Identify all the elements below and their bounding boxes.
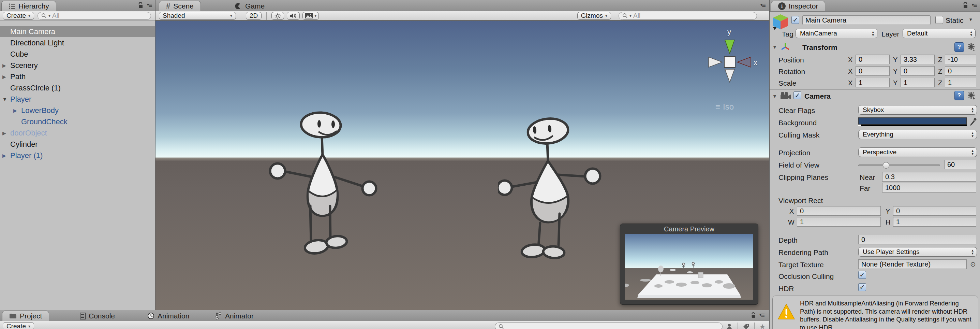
foldout-expanded-icon[interactable]: ▼ — [2, 97, 7, 102]
2d-toggle-button[interactable]: 2D — [246, 12, 261, 20]
help-icon[interactable]: ? — [955, 42, 964, 52]
layer-dropdown[interactable]: Default ▴▾ — [903, 29, 975, 38]
camera-foldout-icon[interactable]: ▼ — [772, 94, 777, 99]
rotation-z-field[interactable]: 0 — [945, 66, 976, 76]
scene-character-player[interactable] — [268, 106, 380, 270]
scene-lighting-button[interactable] — [271, 12, 284, 20]
lock-icon[interactable] — [751, 312, 756, 319]
depth-field[interactable]: 0 — [858, 235, 976, 244]
viewport-x-field[interactable]: 0 — [797, 206, 881, 216]
gear-icon[interactable] — [967, 91, 975, 100]
hierarchy-item-directional-light[interactable]: Directional Light — [0, 37, 155, 48]
foldout-collapsed-icon[interactable]: ▶ — [2, 74, 6, 80]
projection-label: Projection — [778, 149, 810, 157]
hierarchy-item-player-1[interactable]: ▶Player (1) — [0, 150, 155, 161]
field-of-view-slider-knob[interactable] — [883, 162, 889, 169]
panel-menu-icon[interactable]: ▾≡ — [972, 2, 977, 9]
hierarchy-item-grasscircle[interactable]: GrassCircle (1) — [0, 82, 155, 94]
foldout-collapsed-icon[interactable]: ▶ — [13, 108, 17, 113]
clear-flags-dropdown[interactable]: Skybox ▴▾ — [858, 105, 977, 115]
occlusion-culling-checkbox[interactable]: ✓ — [858, 271, 866, 279]
tag-icon[interactable] — [743, 323, 749, 329]
lock-icon[interactable] — [963, 2, 969, 9]
target-texture-field[interactable]: None (Render Texture) — [858, 259, 967, 269]
hierarchy-item-path[interactable]: ▶Path — [0, 71, 155, 82]
culling-mask-label: Culling Mask — [778, 131, 819, 139]
project-create-button[interactable]: Create▾ — [3, 322, 34, 329]
hierarchy-item-player[interactable]: ▼Player — [0, 94, 155, 105]
panel-menu-icon[interactable]: ▾≡ — [759, 311, 764, 319]
tab-animator[interactable]: Animator — [208, 311, 261, 321]
hierarchy-create-button[interactable]: Create▾ — [3, 12, 34, 20]
scene-effects-button[interactable]: ▾ — [302, 12, 319, 20]
asset-labels-icon[interactable] — [726, 323, 733, 329]
projection-dropdown[interactable]: Perspective ▴▾ — [858, 147, 977, 157]
field-of-view-field[interactable]: 60 — [944, 160, 976, 169]
hierarchy-item-scenery[interactable]: ▶Scenery — [0, 60, 155, 71]
hdr-checkbox[interactable]: ✓ — [858, 283, 866, 291]
gameobject-name-field[interactable]: Main Camera — [802, 15, 931, 25]
hierarchy-item-main-camera[interactable]: Main Camera — [0, 26, 155, 37]
scale-y-field[interactable]: 1 — [900, 78, 935, 87]
position-y-field[interactable]: 3.33 — [900, 54, 935, 64]
hierarchy-item-groundcheck[interactable]: GroundCheck — [0, 116, 155, 127]
help-icon[interactable]: ? — [955, 91, 964, 101]
tab-project[interactable]: Project — [2, 311, 49, 321]
panel-menu-icon[interactable]: ▾≡ — [147, 2, 152, 9]
rotation-y-field[interactable]: 0 — [900, 66, 935, 76]
gizmo-projection-toggle[interactable]: ≡ Iso — [715, 102, 734, 112]
scene-orientation-gizmo[interactable]: y x ≡ Iso — [702, 27, 767, 116]
tab-scene[interactable]: # Scene — [159, 1, 201, 11]
scale-x-field[interactable]: 1 — [856, 78, 889, 87]
scale-z-field[interactable]: 1 — [945, 78, 976, 87]
camera-enabled-checkbox[interactable]: ✓ — [794, 91, 801, 99]
static-flags-caret-icon[interactable]: ▾ — [969, 16, 972, 22]
gizmos-dropdown[interactable]: Gizmos▾ — [577, 12, 611, 20]
lock-icon[interactable] — [138, 2, 143, 9]
background-color-swatch[interactable] — [858, 117, 967, 126]
object-picker-icon[interactable]: ⊙ — [970, 260, 976, 268]
camera-preview-image — [625, 234, 753, 300]
audio-icon — [290, 13, 297, 19]
gameobject-active-checkbox[interactable]: ✓ — [791, 16, 799, 24]
hierarchy-search-placeholder: All — [52, 12, 59, 19]
scene-search-input[interactable]: ▾ All — [619, 12, 757, 20]
scene-character-player-1[interactable] — [498, 110, 610, 277]
favorites-star-icon[interactable]: ★ — [759, 323, 765, 329]
culling-mask-dropdown[interactable]: Everything ▴▾ — [858, 130, 977, 139]
rendering-path-dropdown[interactable]: Use Player Settings ▴▾ — [858, 247, 977, 257]
foldout-collapsed-icon[interactable]: ▶ — [2, 153, 6, 158]
tab-game[interactable]: Game — [228, 1, 271, 11]
gizmo-axes-icon[interactable] — [702, 37, 757, 88]
hierarchy-item-doorobject[interactable]: ▶doorObject — [0, 127, 155, 139]
near-clip-field[interactable]: 0.3 — [882, 172, 976, 182]
position-x-field[interactable]: 0 — [856, 54, 889, 64]
tab-inspector[interactable]: i Inspector — [771, 1, 825, 11]
tag-dropdown[interactable]: MainCamera ▴▾ — [795, 29, 877, 38]
eyedropper-icon[interactable] — [969, 117, 977, 126]
foldout-collapsed-icon[interactable]: ▶ — [2, 63, 6, 68]
field-of-view-slider[interactable] — [858, 164, 940, 166]
tab-hierarchy[interactable]: Hierarchy — [2, 1, 56, 11]
viewport-w-field[interactable]: 1 — [797, 217, 881, 227]
shading-mode-dropdown[interactable]: Shaded▾ — [159, 12, 236, 20]
viewport-h-field[interactable]: 1 — [893, 217, 976, 227]
hierarchy-item-cylinder[interactable]: Cylinder — [0, 139, 155, 150]
hierarchy-item-lowerbody[interactable]: ▶LowerBody — [0, 105, 155, 116]
scene-viewport[interactable]: y x ≡ Iso Camera Preview — [156, 21, 769, 310]
hierarchy-search-input[interactable]: ▾ All — [38, 12, 151, 20]
viewport-y-field[interactable]: 0 — [893, 206, 976, 216]
panel-menu-icon[interactable]: ▾≡ — [760, 2, 765, 9]
foldout-collapsed-icon[interactable]: ▶ — [2, 130, 6, 136]
static-checkbox[interactable]: ✓ — [935, 16, 943, 24]
project-search-input[interactable] — [495, 323, 722, 329]
scene-audio-button[interactable] — [287, 12, 300, 20]
tab-animation[interactable]: Animation — [140, 311, 196, 321]
transform-foldout-icon[interactable]: ▼ — [772, 45, 777, 50]
gear-icon[interactable] — [967, 43, 975, 51]
tab-console[interactable]: Console — [73, 311, 122, 321]
far-clip-field[interactable]: 1000 — [882, 183, 976, 192]
position-z-field[interactable]: -10 — [945, 54, 976, 64]
rotation-x-field[interactable]: 0 — [856, 66, 889, 76]
hierarchy-item-cube[interactable]: Cube — [0, 48, 155, 60]
